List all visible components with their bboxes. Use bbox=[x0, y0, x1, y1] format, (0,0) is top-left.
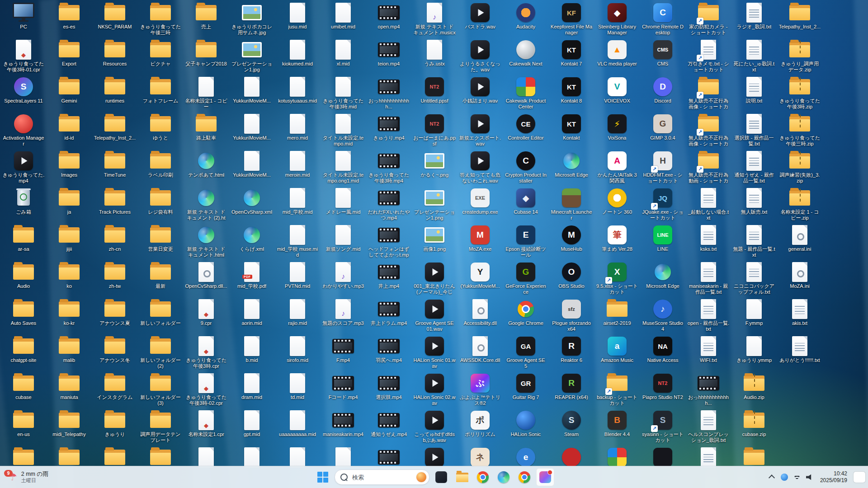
desktop-icon[interactable] bbox=[184, 446, 228, 469]
desktop-icon[interactable]: CMSCMS bbox=[641, 39, 684, 67]
desktop-icon[interactable]: _起動しない場合.txt bbox=[687, 187, 730, 221]
desktop-icon[interactable]: タイトル未設定.tempo.ong1.mid bbox=[321, 150, 365, 184]
desktop-icon[interactable]: 名称未設定 1 - コピー.zip bbox=[778, 187, 821, 221]
desktop-icon[interactable]: malib bbox=[47, 335, 91, 363]
desktop-icon[interactable]: 選択肢.mp4 bbox=[367, 372, 410, 400]
desktop-icon[interactable]: きゅうり食ってた午後3時.mp4 bbox=[367, 150, 410, 184]
desktop-icon[interactable]: ↗万引きメモ.txt - ショートカット bbox=[687, 39, 730, 73]
desktop-icon[interactable]: ありがとう!!!!!!.txt bbox=[778, 335, 821, 363]
desktop-icon[interactable]: だれだFXいれたやつ.mp4 bbox=[367, 187, 410, 221]
desktop-icon[interactable]: Accessibility.dll bbox=[458, 298, 502, 326]
search-input[interactable] bbox=[351, 474, 413, 481]
desktop-icon[interactable]: ♪わかりやすい.mp3 bbox=[321, 261, 365, 289]
desktop-icon[interactable]: 無人販売.txt bbox=[732, 187, 776, 215]
desktop-icon[interactable]: KTKontakt 8 bbox=[550, 76, 593, 104]
desktop-icon[interactable]: ◆きゅうり食ってた午後3時-01.cpr bbox=[2, 39, 45, 73]
desktop-icon[interactable]: CChrome Remote Desktop bbox=[641, 2, 684, 36]
desktop-icon[interactable]: ◆きゅうり食ってた午後3時.cpr bbox=[184, 335, 228, 370]
desktop-icon[interactable]: MMoZA.exe bbox=[458, 224, 502, 252]
desktop-icon[interactable]: BBlender 4.4 bbox=[595, 409, 639, 437]
desktop-icon[interactable]: td.mid bbox=[276, 372, 319, 400]
desktop-icon[interactable]: ◆Cubase 14 bbox=[504, 187, 547, 215]
desktop-icon[interactable]: ♪無題のスコア.mp3 bbox=[321, 298, 365, 326]
file-explorer-button[interactable] bbox=[453, 468, 471, 486]
desktop-icon[interactable]: ネ bbox=[458, 446, 502, 469]
desktop-icon[interactable]: general.ini bbox=[778, 224, 821, 252]
desktop-icon[interactable]: インスタグラム bbox=[93, 372, 137, 400]
tray-app-button[interactable] bbox=[778, 469, 790, 485]
desktop-icon[interactable]: きゅうり_調声用データ.zip bbox=[778, 39, 821, 73]
desktop-icon[interactable]: ↗無人販売不正行為画像 - ショートカッ... bbox=[687, 76, 730, 110]
desktop-icon[interactable]: F.ymmp bbox=[732, 298, 776, 326]
desktop-icon[interactable]: ko bbox=[47, 261, 91, 289]
desktop-icon[interactable]: JQ↗JQuake.exe - ショートカット bbox=[641, 187, 684, 221]
desktop-icon[interactable]: 売上 bbox=[184, 2, 228, 30]
desktop-icon[interactable]: akis.txt bbox=[778, 298, 821, 326]
desktop-icon[interactable]: cubase.zip bbox=[732, 409, 776, 437]
desktop-icon[interactable]: KTKontakt bbox=[550, 113, 593, 141]
desktop-icon[interactable]: Track Pictures bbox=[93, 187, 137, 215]
desktop-icon[interactable]: maniseakarin - 親作品一覧.txt bbox=[687, 261, 730, 296]
desktop-icon[interactable]: sfzPlogue sforzando x64 bbox=[550, 298, 593, 333]
desktop-icon[interactable]: ↗家の防犯カメラ - ショートカット bbox=[687, 2, 730, 36]
desktop-icon[interactable]: MMuseHub bbox=[550, 224, 593, 252]
desktop-icon[interactable]: 最新 bbox=[139, 261, 182, 289]
desktop-icon[interactable]: jijii bbox=[47, 224, 91, 252]
desktop-icon[interactable]: NT2Untitled.ppsf bbox=[413, 76, 456, 104]
desktop-icon[interactable]: ヘルスコンプレッション_歌詞.txt bbox=[687, 409, 730, 444]
desktop-icon[interactable]: NANative Access bbox=[641, 335, 684, 363]
desktop-icon[interactable] bbox=[367, 446, 410, 469]
desktop-icon[interactable]: kiokumed.mid bbox=[276, 39, 319, 67]
desktop-icon[interactable]: 通知うぜえ - 親作品一覧.txt bbox=[732, 150, 776, 184]
desktop-icon[interactable]: きゅうり食ってた午後三時.zip bbox=[778, 113, 821, 147]
chrome-button[interactable] bbox=[474, 468, 492, 486]
desktop-icon[interactable]: meroin.mid bbox=[276, 150, 319, 178]
desktop-icon[interactable]: id-id bbox=[47, 113, 91, 141]
desktop-icon[interactable]: mid_学校.mid bbox=[276, 187, 319, 215]
desktop-icon[interactable]: PDFmid_学校.pdf bbox=[230, 261, 274, 289]
edge-button[interactable] bbox=[495, 468, 513, 486]
desktop-icon[interactable]: アナウンス夏 bbox=[93, 298, 137, 326]
desktop-icon[interactable]: DDiscord bbox=[641, 76, 684, 104]
desktop-icon[interactable]: 羽尻へ.mp4 bbox=[367, 335, 410, 363]
desktop-icon[interactable]: GAGroove Agent SE 5 bbox=[504, 335, 547, 370]
desktop-icon[interactable] bbox=[413, 446, 456, 469]
desktop-icon[interactable]: ksks.txt bbox=[687, 224, 730, 252]
volume-button[interactable] bbox=[804, 469, 816, 485]
desktop-icon[interactable]: Groove Agent SE 01.wav bbox=[413, 298, 456, 333]
desktop-icon[interactable]: TimeTune bbox=[93, 150, 137, 178]
desktop-icon[interactable]: 調声練習(失敗)_3.zip bbox=[778, 150, 821, 184]
desktop-icon[interactable]: くらげ.xml bbox=[230, 224, 274, 252]
desktop-icon[interactable]: PVTNd.mid bbox=[276, 261, 319, 289]
desktop-icon[interactable]: ラベル印刷 bbox=[139, 150, 182, 178]
desktop-icon[interactable]: Gemini bbox=[47, 76, 91, 104]
desktop-icon[interactable]: mid_学校 muse.mid bbox=[276, 224, 319, 258]
desktop-icon[interactable]: フォトフレーム bbox=[139, 76, 182, 104]
desktop-icon[interactable]: midi_Telepathy bbox=[47, 409, 91, 437]
desktop-icon[interactable]: おっhhhhhhhhhhhh... bbox=[367, 76, 410, 110]
desktop-icon[interactable]: HALion Sonic bbox=[504, 409, 547, 437]
desktop-icon[interactable]: ♪MuseScore Studio 4 bbox=[641, 298, 684, 333]
desktop-icon[interactable]: ポポリリリズム bbox=[458, 409, 502, 437]
desktop-icon[interactable]: NT2Piapro Studio NT2 bbox=[641, 372, 684, 400]
desktop-icon[interactable]: Telepathy_Inst_2... bbox=[778, 2, 821, 30]
desktop-icon[interactable]: Export bbox=[47, 39, 91, 67]
desktop-icon[interactable]: 新規 テキスト ドキュメント (2).html bbox=[184, 187, 228, 221]
desktop-icon[interactable]: HALion Sonic 01.wav bbox=[413, 335, 456, 370]
desktop-icon[interactable]: 答え知ってても危ないわこれ.wav bbox=[458, 150, 502, 184]
desktop-icon[interactable]: ♪新規 テキスト ドキュメント.musicxml bbox=[413, 2, 456, 36]
desktop-icon[interactable]: 新規ソング.mid bbox=[321, 224, 365, 252]
desktop-icon[interactable]: S↗syasinn - ショートカット bbox=[641, 409, 684, 444]
desktop-icon[interactable]: 井上.mp4 bbox=[367, 261, 410, 289]
desktop-icon[interactable]: Fコード.mp4 bbox=[321, 372, 365, 400]
desktop-icon[interactable]: ko-kr bbox=[47, 298, 91, 326]
ime-indicator[interactable] bbox=[854, 472, 865, 483]
desktop-icon[interactable]: maniseakarin.mp4 bbox=[321, 409, 365, 437]
desktop-icon[interactable]: 説明.txt bbox=[732, 76, 776, 104]
desktop-icon[interactable]: アナウンス冬 bbox=[93, 335, 137, 363]
desktop-icon[interactable]: ピクチャ bbox=[139, 39, 182, 67]
desktop-icon[interactable]: テンポあて.html bbox=[184, 150, 228, 178]
desktop-icon[interactable]: 新しいフォルダー (2) bbox=[139, 335, 182, 370]
desktop-icon[interactable]: うみ.ustx bbox=[413, 39, 456, 67]
desktop-icon[interactable]: 001_東北きりたん(ノーマル)_今じゃ... bbox=[413, 261, 456, 296]
